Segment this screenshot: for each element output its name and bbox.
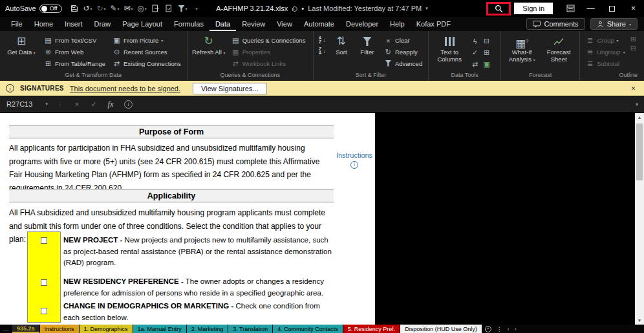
data-validation-icon[interactable]: ✓ [469, 47, 480, 58]
what-if-analysis-button[interactable]: ▦? What-If Analysis ▾ [505, 34, 539, 63]
new-project-checkbox[interactable] [41, 237, 47, 244]
scroll-down-icon[interactable]: ▼ [635, 318, 644, 323]
filter-button[interactable]: Filter [356, 34, 379, 56]
quick-access-overflow-icon[interactable]: ▾ [190, 2, 203, 15]
from-web-button[interactable]: ⊚From Web [42, 47, 107, 58]
expand-formula-bar-icon[interactable]: ▾ [630, 102, 644, 107]
refresh-all-button[interactable]: ↻ Refresh All ▾ [191, 34, 226, 57]
consolidate-icon[interactable]: ⊞ [481, 47, 492, 58]
maximize-button[interactable] [601, 0, 623, 17]
menu-tab-automate[interactable]: Automate [298, 17, 340, 31]
sort-button[interactable]: ⇅ Sort [330, 34, 352, 56]
existing-connections-button[interactable]: ⇄Existing Connections [111, 58, 183, 69]
menu-tab-developer[interactable]: Developer [340, 17, 384, 31]
sheet-tab-4-community-contacts[interactable]: 4. Community Contacts [273, 325, 343, 333]
minimize-button[interactable]: — [580, 0, 601, 17]
remove-duplicates-icon[interactable]: ⊟ [481, 36, 492, 47]
tab-overflow-left-icon[interactable]: … [0, 325, 12, 333]
sheet-tab-1-demographics[interactable]: 1. Demographics [80, 325, 133, 333]
sort-descending-button[interactable]: ZA↓ [317, 46, 327, 56]
title-chevron-icon[interactable]: ▾ [425, 6, 428, 11]
reapply-button[interactable]: ↻Reapply [382, 47, 424, 58]
from-text-csv-button[interactable]: ▤From Text/CSV [42, 35, 107, 46]
menu-tab-insert[interactable]: Insert [59, 17, 89, 31]
sign-in-button[interactable]: Sign in [514, 3, 553, 14]
sheet-tab-3-translation[interactable]: 3. Translation [228, 325, 272, 333]
menu-tab-help[interactable]: Help [384, 17, 411, 31]
tab-scroll-left-icon[interactable]: ‹ [505, 325, 512, 333]
demographics-marketing-checkbox[interactable] [41, 308, 47, 314]
menu-tab-file[interactable]: File [5, 17, 28, 31]
from-table-range-button[interactable]: ⊞From Table/Range [42, 58, 107, 69]
insert-function-icon[interactable]: fx [102, 100, 119, 109]
flash-fill-icon[interactable]: ϟ [469, 36, 480, 47]
share-button[interactable]: Share ▾ [590, 18, 638, 30]
instructions-link[interactable]: Instructions [335, 151, 374, 159]
scrollbar-thumb[interactable] [636, 124, 643, 180]
sheet-tab-5-residency-pref-[interactable]: 5. Residency Pref. [343, 325, 400, 333]
new-sheet-button[interactable]: + [482, 325, 494, 333]
view-signatures-button[interactable]: View Signatures... [193, 83, 266, 94]
sheet-tab-1a-manual-entry[interactable]: 1a. Manual Entry [133, 325, 186, 333]
forecast-sheet-button[interactable]: Forecast Sheet [542, 34, 575, 63]
text-to-columns-button[interactable]: Text to Columns [433, 34, 466, 63]
menu-tab-page-layout[interactable]: Page Layout [116, 17, 168, 31]
recent-sources-button[interactable]: ⊙Recent Sources [111, 47, 183, 58]
residency-preference-checkbox[interactable] [41, 279, 47, 286]
close-button[interactable]: × [623, 0, 644, 17]
ungroup-button: ≣Ungroup▾ [584, 47, 627, 58]
get-data-button[interactable]: ⊞ Get Data ▾ [4, 34, 39, 57]
loop-icon[interactable]: ◎▾ [136, 2, 149, 15]
menu-tab-draw[interactable]: Draw [89, 17, 117, 31]
scroll-up-icon[interactable]: ▲ [635, 115, 644, 120]
sheet-tab-disposition-hud-use-only-[interactable]: Disposition (HUD Use Only) [400, 325, 482, 333]
condition-demographics-marketing: CHANGE IN DEMOGRAPHICS OR MARKETING - Ch… [63, 301, 334, 323]
from-picture-button[interactable]: ▣From Picture▾ [111, 35, 183, 46]
menu-tab-review[interactable]: Review [236, 17, 271, 31]
search-icon[interactable] [495, 5, 503, 13]
tab-menu-icon[interactable]: ⋮ [494, 325, 505, 333]
signatures-message-bar: i SIGNATURES This document needs to be s… [0, 81, 644, 96]
name-box[interactable]: R27C13 ▾ [0, 96, 52, 112]
form-document: Purpose of Form All applicants for parti… [0, 113, 375, 325]
tab-scroll-right-icon[interactable]: › [512, 325, 519, 333]
formula-input[interactable] [133, 96, 630, 112]
document-check-icon[interactable] [163, 2, 176, 15]
globe-icon: ⊚ [44, 48, 52, 56]
pen-icon[interactable]: ✎▾ [109, 2, 122, 15]
vertical-scrollbar[interactable]: ▲ ▼ [635, 113, 644, 325]
menu-tab-view[interactable]: View [271, 17, 298, 31]
menu-tab-formulas[interactable]: Formulas [168, 17, 209, 31]
clear-filter-button[interactable]: ×Clear [382, 35, 424, 46]
ribbon-display-options-icon[interactable] [561, 0, 580, 17]
undo-icon[interactable]: ↺▾ [81, 2, 94, 15]
forecast-chart-icon [553, 34, 564, 48]
sheet-tab-instructions[interactable]: Instructions [40, 325, 79, 333]
message-bar-close-icon[interactable]: × [631, 84, 644, 93]
document-title[interactable]: A-AFHMP 3.21.24.xlsx • Last Modified: Ye… [216, 5, 428, 12]
mail-icon[interactable]: ✉▾ [122, 2, 135, 15]
advanced-filter-button[interactable]: Advanced [382, 58, 424, 69]
formula-info-icon[interactable]: i [124, 100, 133, 109]
save-icon[interactable] [68, 2, 81, 15]
sheet-tab-935-2a[interactable]: 935.2a [12, 325, 39, 333]
relationships-icon[interactable]: ⇄ [469, 59, 480, 70]
name-box-chevron-icon[interactable]: ▾ [45, 102, 48, 107]
comments-button[interactable]: Comments [526, 18, 585, 30]
drag-handle-icon[interactable]: ⋮ [52, 101, 69, 108]
autosave-toggle[interactable]: AutoSave Off [5, 5, 62, 13]
instructions-info-icon[interactable]: i [350, 161, 358, 169]
title-bullet: • [301, 5, 304, 12]
data-model-icon[interactable]: ▣ [481, 59, 492, 70]
menu-tab-data[interactable]: Data [209, 17, 236, 31]
text-file-icon: ▤ [44, 36, 52, 45]
sheet-tab-2-marketing[interactable]: 2. Marketing [187, 325, 228, 333]
queries-connections-button[interactable]: ▤Queries & Connections [230, 35, 308, 46]
sort-ascending-button[interactable]: AZ↓ [317, 35, 327, 45]
autosave-switch[interactable]: Off [39, 5, 62, 13]
menu-tab-home[interactable]: Home [28, 17, 59, 31]
filter-edit-icon[interactable]: ▾ [177, 2, 189, 15]
menu-tab-kofax-pdf[interactable]: Kofax PDF [411, 17, 456, 31]
document-export-icon[interactable] [149, 2, 162, 15]
needs-signing-link[interactable]: This document needs to be signed. [70, 85, 180, 92]
